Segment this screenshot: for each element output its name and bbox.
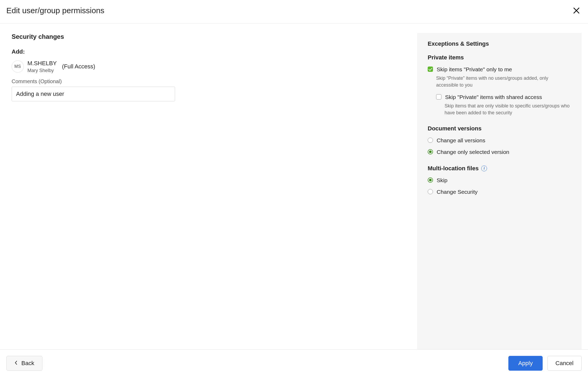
- info-icon[interactable]: i: [481, 166, 487, 171]
- document-versions-group: Document versions Change all versions Ch…: [428, 125, 571, 156]
- security-heading: Security changes: [12, 33, 404, 40]
- multiloc-change-label: Change Security: [437, 188, 478, 196]
- back-button-label: Back: [21, 360, 34, 367]
- user-name: Mary Shelby: [27, 67, 57, 74]
- skip-private-me-desc: Skip “Private” items with no users/group…: [428, 75, 571, 88]
- comments-label: Comments (Optional): [12, 78, 404, 84]
- multiloc-change-row: Change Security: [428, 188, 571, 196]
- skip-private-shared-checkbox[interactable]: [436, 94, 441, 100]
- multi-location-heading-row: Multi-location files i: [428, 165, 571, 172]
- multiloc-skip-label: Skip: [437, 177, 447, 184]
- comments-input[interactable]: [12, 87, 175, 101]
- exceptions-panel: Exceptions & Settings Private items Skip…: [417, 33, 582, 349]
- multi-location-heading: Multi-location files: [428, 165, 479, 172]
- private-items-group: Private items Skip items "Private" only …: [428, 54, 571, 116]
- close-button[interactable]: [571, 5, 582, 16]
- versions-all-radio[interactable]: [428, 138, 433, 143]
- multiloc-change-radio[interactable]: [428, 189, 433, 194]
- close-icon: [573, 7, 580, 14]
- add-label: Add:: [12, 48, 404, 55]
- dialog-footer: Back Apply Cancel: [0, 349, 588, 377]
- private-items-heading: Private items: [428, 54, 571, 61]
- footer-right: Apply Cancel: [508, 356, 582, 371]
- document-versions-heading: Document versions: [428, 125, 571, 132]
- skip-private-shared-row: Skip "Private" items with shared access: [428, 93, 571, 101]
- cancel-button[interactable]: Cancel: [547, 356, 582, 371]
- back-button[interactable]: Back: [6, 356, 42, 371]
- multi-location-group: Multi-location files i Skip Change Secur…: [428, 165, 571, 196]
- dialog-title: Edit user/group permissions: [6, 6, 104, 15]
- dialog-body: Security changes Add: MS M.SHELBY Mary S…: [0, 23, 588, 349]
- versions-selected-radio[interactable]: [428, 149, 433, 154]
- versions-all-label: Change all versions: [437, 137, 485, 144]
- skip-private-shared-label: Skip "Private" items with shared access: [445, 93, 542, 101]
- skip-private-me-checkbox[interactable]: [428, 67, 433, 72]
- exceptions-heading: Exceptions & Settings: [428, 40, 571, 47]
- versions-selected-label: Change only selected version: [437, 148, 509, 156]
- multiloc-skip-radio[interactable]: [428, 177, 433, 183]
- edit-permissions-dialog: Edit user/group permissions Security cha…: [0, 0, 588, 377]
- versions-all-row: Change all versions: [428, 137, 571, 144]
- user-id: M.SHELBY: [27, 59, 57, 67]
- avatar: MS: [12, 60, 24, 73]
- skip-private-me-row: Skip items "Private" only to me: [428, 66, 571, 73]
- multiloc-skip-row: Skip: [428, 177, 571, 184]
- security-changes-section: Security changes Add: MS M.SHELBY Mary S…: [12, 33, 404, 349]
- access-level: (Full Access): [62, 63, 95, 70]
- apply-button[interactable]: Apply: [508, 356, 542, 371]
- chevron-left-icon: [15, 360, 18, 367]
- versions-selected-row: Change only selected version: [428, 148, 571, 156]
- user-meta: M.SHELBY Mary Shelby: [27, 59, 57, 74]
- skip-private-me-label: Skip items "Private" only to me: [437, 66, 512, 73]
- dialog-header: Edit user/group permissions: [0, 0, 588, 23]
- skip-private-shared-desc: Skip items that are only visible to spec…: [428, 102, 571, 116]
- user-row: MS M.SHELBY Mary Shelby (Full Access): [12, 59, 404, 74]
